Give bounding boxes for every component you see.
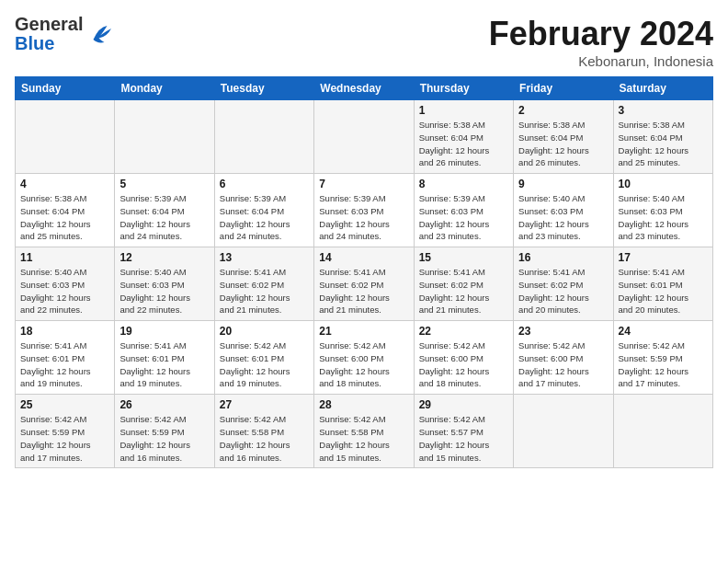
day-info: Sunrise: 5:40 AM Sunset: 6:03 PM Dayligh… [20,266,109,316]
calendar-cell: 27Sunrise: 5:42 AM Sunset: 5:58 PM Dayli… [214,395,313,468]
calendar-week-3: 11Sunrise: 5:40 AM Sunset: 6:03 PM Dayli… [16,247,713,321]
day-info: Sunrise: 5:41 AM Sunset: 6:02 PM Dayligh… [319,266,408,316]
calendar-cell: 25Sunrise: 5:42 AM Sunset: 5:59 PM Dayli… [16,395,115,468]
weekday-header-tuesday: Tuesday [214,77,313,100]
day-info: Sunrise: 5:42 AM Sunset: 5:59 PM Dayligh… [119,413,209,464]
day-info: Sunrise: 5:39 AM Sunset: 6:03 PM Dayligh… [419,192,508,243]
calendar-cell: 21Sunrise: 5:42 AM Sunset: 6:00 PM Dayli… [314,321,414,395]
calendar-table: SundayMondayTuesdayWednesdayThursdayFrid… [15,76,713,468]
day-number: 25 [20,398,109,411]
weekday-header-thursday: Thursday [414,77,513,100]
day-number: 3 [619,104,708,117]
day-info: Sunrise: 5:41 AM Sunset: 6:01 PM Dayligh… [119,339,209,390]
day-number: 7 [319,178,408,190]
day-number: 21 [319,325,408,338]
day-info: Sunrise: 5:38 AM Sunset: 6:04 PM Dayligh… [518,119,608,169]
calendar-cell: 11Sunrise: 5:40 AM Sunset: 6:03 PM Dayli… [16,247,115,321]
day-info: Sunrise: 5:38 AM Sunset: 6:04 PM Dayligh… [619,119,708,169]
day-number: 27 [220,398,309,411]
calendar-cell: 22Sunrise: 5:42 AM Sunset: 6:00 PM Dayli… [414,321,513,395]
calendar-cell: 24Sunrise: 5:42 AM Sunset: 5:59 PM Dayli… [613,321,712,395]
calendar-cell: 3Sunrise: 5:38 AM Sunset: 6:04 PM Daylig… [613,100,712,174]
day-info: Sunrise: 5:42 AM Sunset: 5:59 PM Dayligh… [20,413,109,464]
calendar-title: February 2024 [489,15,713,53]
calendar-cell: 6Sunrise: 5:39 AM Sunset: 6:04 PM Daylig… [214,174,313,247]
calendar-cell: 19Sunrise: 5:41 AM Sunset: 6:01 PM Dayli… [115,321,214,395]
day-info: Sunrise: 5:42 AM Sunset: 5:59 PM Dayligh… [619,339,708,390]
calendar-cell [16,100,115,174]
logo-bird-icon [86,20,114,48]
weekday-header-saturday: Saturday [613,77,712,100]
day-info: Sunrise: 5:41 AM Sunset: 6:01 PM Dayligh… [20,339,109,390]
calendar-cell: 5Sunrise: 5:39 AM Sunset: 6:04 PM Daylig… [115,174,214,247]
day-number: 23 [518,325,608,338]
title-block: February 2024 Kebonarun, Indonesia [489,15,713,69]
logo-blue: Blue [15,34,83,53]
calendar-cell [115,100,214,174]
day-info: Sunrise: 5:40 AM Sunset: 6:03 PM Dayligh… [119,266,209,316]
calendar-subtitle: Kebonarun, Indonesia [489,53,713,69]
weekday-header-monday: Monday [115,77,214,100]
day-number: 20 [220,325,309,338]
day-number: 17 [619,251,708,264]
calendar-week-2: 4Sunrise: 5:38 AM Sunset: 6:04 PM Daylig… [16,174,713,247]
day-info: Sunrise: 5:42 AM Sunset: 6:00 PM Dayligh… [518,339,608,390]
calendar-cell: 20Sunrise: 5:42 AM Sunset: 6:01 PM Dayli… [214,321,313,395]
day-info: Sunrise: 5:40 AM Sunset: 6:03 PM Dayligh… [518,192,608,243]
day-number: 19 [119,325,209,338]
day-number: 13 [220,251,309,264]
calendar-cell: 29Sunrise: 5:42 AM Sunset: 5:57 PM Dayli… [414,395,513,468]
day-number: 6 [220,178,309,190]
calendar-week-1: 1Sunrise: 5:38 AM Sunset: 6:04 PM Daylig… [16,100,713,174]
day-number: 10 [619,178,708,190]
weekday-header-row: SundayMondayTuesdayWednesdayThursdayFrid… [16,77,713,100]
calendar-cell: 13Sunrise: 5:41 AM Sunset: 6:02 PM Dayli… [214,247,313,321]
day-info: Sunrise: 5:38 AM Sunset: 6:04 PM Dayligh… [20,192,109,243]
day-info: Sunrise: 5:39 AM Sunset: 6:03 PM Dayligh… [319,192,408,243]
calendar-cell: 2Sunrise: 5:38 AM Sunset: 6:04 PM Daylig… [514,100,613,174]
day-info: Sunrise: 5:41 AM Sunset: 6:01 PM Dayligh… [619,266,708,316]
calendar-cell: 14Sunrise: 5:41 AM Sunset: 6:02 PM Dayli… [314,247,414,321]
calendar-cell: 16Sunrise: 5:41 AM Sunset: 6:02 PM Dayli… [514,247,613,321]
day-number: 9 [518,178,608,190]
calendar-cell: 1Sunrise: 5:38 AM Sunset: 6:04 PM Daylig… [414,100,513,174]
day-info: Sunrise: 5:42 AM Sunset: 6:01 PM Dayligh… [220,339,309,390]
weekday-header-wednesday: Wednesday [314,77,414,100]
day-info: Sunrise: 5:38 AM Sunset: 6:04 PM Dayligh… [419,119,508,169]
calendar-cell: 23Sunrise: 5:42 AM Sunset: 6:00 PM Dayli… [514,321,613,395]
calendar-cell: 18Sunrise: 5:41 AM Sunset: 6:01 PM Dayli… [16,321,115,395]
day-number: 5 [119,178,209,190]
calendar-cell: 17Sunrise: 5:41 AM Sunset: 6:01 PM Dayli… [613,247,712,321]
weekday-header-sunday: Sunday [16,77,115,100]
day-number: 1 [419,104,508,117]
day-number: 8 [419,178,508,190]
day-info: Sunrise: 5:42 AM Sunset: 5:58 PM Dayligh… [319,413,408,464]
day-number: 18 [20,325,109,338]
calendar-week-4: 18Sunrise: 5:41 AM Sunset: 6:01 PM Dayli… [16,321,713,395]
day-info: Sunrise: 5:41 AM Sunset: 6:02 PM Dayligh… [220,266,309,316]
day-info: Sunrise: 5:42 AM Sunset: 5:58 PM Dayligh… [220,413,309,464]
day-number: 15 [419,251,508,264]
day-number: 2 [518,104,608,117]
day-info: Sunrise: 5:39 AM Sunset: 6:04 PM Dayligh… [119,192,209,243]
calendar-cell: 4Sunrise: 5:38 AM Sunset: 6:04 PM Daylig… [16,174,115,247]
day-info: Sunrise: 5:42 AM Sunset: 5:57 PM Dayligh… [419,413,508,464]
day-info: Sunrise: 5:40 AM Sunset: 6:03 PM Dayligh… [619,192,708,243]
logo-general: General [15,15,83,34]
day-number: 4 [20,178,109,190]
page-header: General Blue February 2024 Kebonarun, In… [15,15,713,69]
day-number: 12 [119,251,209,264]
day-number: 11 [20,251,109,264]
calendar-cell: 12Sunrise: 5:40 AM Sunset: 6:03 PM Dayli… [115,247,214,321]
logo: General Blue [15,15,114,53]
day-info: Sunrise: 5:39 AM Sunset: 6:04 PM Dayligh… [220,192,309,243]
day-info: Sunrise: 5:41 AM Sunset: 6:02 PM Dayligh… [419,266,508,316]
day-info: Sunrise: 5:42 AM Sunset: 6:00 PM Dayligh… [319,339,408,390]
calendar-cell [314,100,414,174]
calendar-cell: 9Sunrise: 5:40 AM Sunset: 6:03 PM Daylig… [514,174,613,247]
calendar-cell: 26Sunrise: 5:42 AM Sunset: 5:59 PM Dayli… [115,395,214,468]
calendar-week-5: 25Sunrise: 5:42 AM Sunset: 5:59 PM Dayli… [16,395,713,468]
day-number: 24 [619,325,708,338]
day-number: 26 [119,398,209,411]
calendar-cell: 10Sunrise: 5:40 AM Sunset: 6:03 PM Dayli… [613,174,712,247]
